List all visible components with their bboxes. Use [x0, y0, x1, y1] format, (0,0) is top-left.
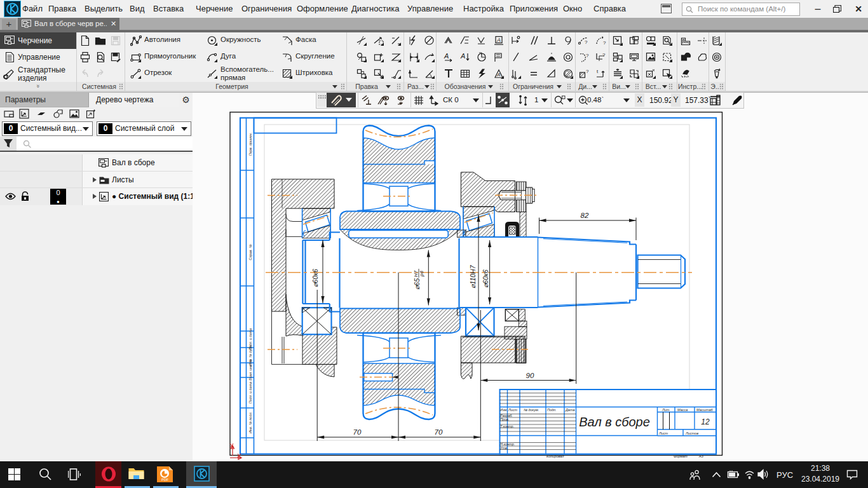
- svg-text:Формат: Формат: [674, 454, 688, 458]
- svg-text:Т.контр.: Т.контр.: [500, 424, 514, 428]
- svg-text:⌀60к6: ⌀60к6: [311, 269, 319, 287]
- svg-text:⌀65: ⌀65: [413, 278, 421, 290]
- svg-text:82: 82: [581, 212, 589, 219]
- svg-text:?: ?: [585, 39, 588, 45]
- svg-text:№ докум.: № докум.: [524, 408, 539, 412]
- svg-text:Утв.: Утв.: [499, 446, 508, 450]
- svg-text:A: A: [496, 72, 500, 78]
- svg-text:?: ?: [586, 69, 589, 74]
- svg-text:Листов: Листов: [685, 431, 698, 435]
- svg-text:t: t: [597, 69, 599, 74]
- svg-text:А3: А3: [698, 454, 704, 458]
- svg-text:H7: H7: [413, 270, 419, 277]
- svg-text:A: A: [444, 52, 449, 60]
- svg-text:Вал в сборе: Вал в сборе: [579, 415, 650, 429]
- svg-text:?: ?: [603, 40, 606, 46]
- svg-text:Взам. инв. №: Взам. инв. №: [248, 359, 252, 381]
- svg-text:90: 90: [526, 372, 534, 379]
- svg-text:p6: p6: [419, 271, 424, 277]
- svg-text:Подп. и дата: Подп. и дата: [248, 382, 252, 403]
- svg-text:Лист: Лист: [508, 408, 518, 412]
- svg-text:A: A: [460, 52, 465, 60]
- svg-text:Изм.: Изм.: [500, 408, 508, 412]
- svg-text:Пров.: Пров.: [500, 417, 510, 421]
- svg-text:⌀110H7: ⌀110H7: [469, 264, 477, 288]
- svg-text:Справ. №: Справ. №: [248, 244, 252, 260]
- svg-text:Инв. № подл.: Инв. № подл.: [248, 412, 252, 433]
- svg-text:70: 70: [435, 428, 443, 436]
- svg-text:Копировал: Копировал: [546, 454, 564, 458]
- svg-text:Масштаб: Масштаб: [696, 408, 714, 412]
- svg-text:Перв. примен.: Перв. примен.: [248, 133, 252, 156]
- svg-text:A: A: [496, 37, 501, 43]
- svg-text:?: ?: [602, 52, 606, 58]
- svg-text:Масса: Масса: [677, 408, 688, 412]
- svg-text:Подп.: Подп.: [547, 408, 557, 412]
- svg-text:⌀60к6: ⌀60к6: [482, 269, 489, 288]
- svg-text:Лит.: Лит.: [661, 408, 670, 412]
- svg-text:Лист: Лист: [658, 431, 668, 435]
- svg-text:?: ?: [586, 53, 589, 58]
- svg-text:Дата: Дата: [565, 408, 575, 412]
- svg-text:70: 70: [353, 428, 362, 436]
- svg-text:12: 12: [701, 417, 710, 426]
- svg-text:PDF: PDF: [161, 478, 169, 482]
